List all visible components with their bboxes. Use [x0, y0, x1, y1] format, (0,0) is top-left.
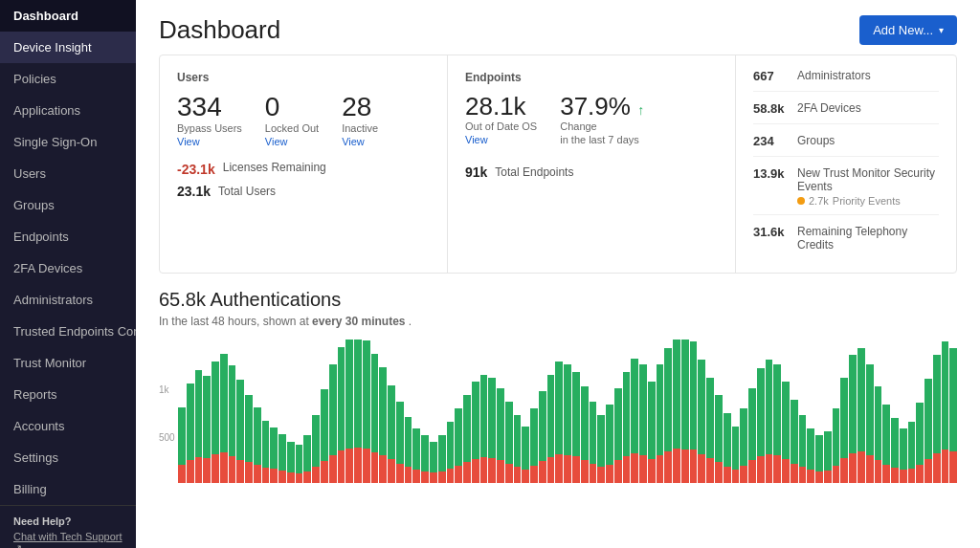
sidebar-item-users[interactable]: Users	[0, 158, 136, 189]
red-bar	[631, 453, 638, 483]
sidebar-item-billing[interactable]: Billing	[0, 473, 136, 505]
bar-group	[590, 340, 597, 483]
green-bar	[908, 422, 916, 469]
red-bar	[354, 448, 362, 483]
chevron-down-icon: ▾	[939, 25, 944, 35]
green-bar	[681, 340, 689, 449]
sidebar-item-single-sign-on[interactable]: Single Sign-On	[0, 126, 136, 158]
green-bar	[379, 367, 387, 455]
sidebar-item-2fa-devices[interactable]: 2FA Devices	[0, 252, 136, 284]
inactive-link[interactable]: View	[342, 136, 378, 147]
bar-group	[715, 340, 723, 483]
green-bar	[766, 360, 773, 454]
bar-group	[354, 340, 362, 483]
sidebar-item-trust-monitor[interactable]: Trust Monitor	[0, 347, 136, 379]
sidebar-item-settings[interactable]: Settings	[0, 442, 136, 473]
add-new-button[interactable]: Add New... ▾	[859, 15, 957, 45]
telephony-value: 31.6k	[753, 225, 790, 239]
red-bar	[933, 453, 941, 483]
red-bar	[732, 470, 740, 483]
bar-group	[539, 340, 546, 483]
bar-group	[547, 340, 555, 483]
red-bar	[472, 459, 479, 483]
bar-group	[195, 340, 203, 483]
red-bar	[363, 449, 370, 483]
inactive-value: 28	[342, 94, 378, 121]
ood-link[interactable]: View	[465, 134, 537, 145]
red-bar	[614, 460, 622, 483]
green-bar	[614, 388, 622, 460]
red-bar	[875, 460, 882, 483]
green-bar	[539, 391, 546, 461]
red-bar	[748, 460, 756, 483]
green-bar	[229, 365, 236, 456]
change-arrow: ↑	[637, 102, 644, 118]
red-bar	[447, 469, 455, 483]
red-bar	[698, 454, 705, 483]
auth-chart: 1k 500	[159, 340, 957, 483]
green-bar	[824, 431, 832, 471]
red-bar	[371, 452, 379, 483]
sidebar-item-applications[interactable]: Applications	[0, 95, 136, 126]
green-bar	[296, 445, 303, 473]
green-bar	[522, 427, 529, 470]
sidebar-item-administrators[interactable]: Administrators	[0, 284, 136, 316]
bar-group	[187, 340, 194, 483]
sidebar-item-trusted-endpoints[interactable]: Trusted Endpoints Configuration	[0, 316, 136, 347]
green-bar	[639, 364, 647, 455]
sidebar-item-policies[interactable]: Policies	[0, 63, 136, 95]
bar-group	[338, 340, 345, 483]
bar-group	[664, 340, 672, 483]
green-bar	[748, 388, 756, 460]
chat-support-link[interactable]: Chat with Tech Support ↗	[13, 531, 122, 548]
green-bar	[724, 413, 731, 467]
red-bar	[949, 451, 957, 483]
chart-bars	[178, 340, 957, 483]
green-bar	[203, 376, 211, 458]
dashboard-body: Users 334 Bypass Users View 0 Locked Out…	[136, 55, 980, 502]
green-bar	[438, 435, 446, 471]
green-bar	[363, 340, 370, 449]
bar-group	[405, 340, 412, 483]
red-bar	[740, 466, 747, 483]
red-bar	[833, 466, 840, 483]
bar-group	[572, 340, 580, 483]
green-bar	[840, 378, 848, 458]
green-bar	[388, 385, 395, 459]
groups-label: Groups	[797, 134, 835, 147]
red-bar	[497, 460, 504, 483]
sidebar-item-dashboard[interactable]: Dashboard	[0, 0, 136, 32]
red-bar	[455, 466, 462, 483]
bar-group	[706, 340, 714, 483]
sidebar-item-groups[interactable]: Groups	[0, 189, 136, 221]
bar-group	[262, 340, 270, 483]
green-bar	[858, 348, 865, 451]
bar-group	[724, 340, 731, 483]
locked-out-stat: 0 Locked Out View	[265, 94, 319, 147]
red-bar	[303, 471, 311, 483]
sidebar-item-device-insight[interactable]: Device Insight	[0, 32, 136, 63]
red-bar	[824, 471, 832, 483]
change-sublabel: in the last 7 days	[560, 134, 644, 145]
green-bar	[773, 364, 781, 455]
help-title: Need Help?	[13, 515, 122, 527]
bar-group	[303, 340, 311, 483]
red-bar	[782, 459, 790, 483]
trust-monitor-labels: New Trust Monitor Security Events 2.7k P…	[797, 166, 939, 207]
bar-group	[673, 340, 680, 483]
bar-group	[371, 340, 379, 483]
green-bar	[875, 386, 882, 460]
bar-group	[657, 340, 664, 483]
bar-group	[732, 340, 740, 483]
bypass-link[interactable]: View	[177, 136, 242, 147]
sidebar-item-endpoints[interactable]: Endpoints	[0, 221, 136, 252]
green-bar	[338, 347, 345, 450]
green-bar	[597, 415, 605, 467]
red-bar	[849, 453, 857, 483]
bar-group	[321, 340, 328, 483]
green-bar	[706, 378, 714, 458]
red-bar	[706, 458, 714, 483]
locked-link[interactable]: View	[265, 136, 319, 147]
sidebar-item-accounts[interactable]: Accounts	[0, 410, 136, 442]
sidebar-item-reports[interactable]: Reports	[0, 379, 136, 410]
